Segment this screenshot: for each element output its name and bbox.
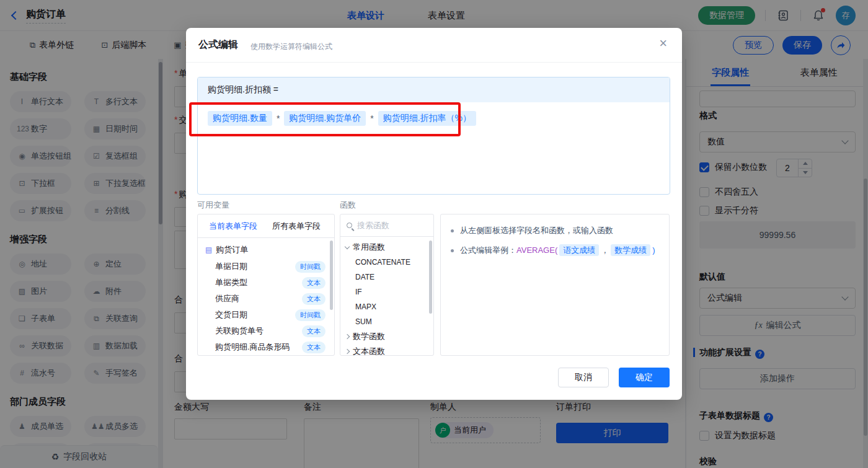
app-screen: 购货订单 表单设计 表单设置 数据管理 存 ⧉表单外链⊡后端脚本▣数据权 预览 … (0, 0, 868, 468)
chevron-down-icon (345, 244, 350, 249)
variable-name: 交货日期 (215, 309, 247, 320)
function-group-expanded[interactable]: 常用函数 (340, 240, 433, 255)
variable-type-badge: 文本 (302, 277, 326, 289)
function-group-name: 数学函数 (353, 331, 385, 342)
variable-type-badge: 文本 (302, 325, 326, 337)
divider (186, 62, 682, 63)
formula-field-token[interactable]: 购货明细.折扣率（%） (378, 111, 476, 126)
function-item[interactable]: CONCATENATE (340, 255, 433, 270)
variable-row[interactable]: 交货日期时间戳 (198, 307, 334, 323)
variable-type-badge: 时间戳 (295, 261, 326, 273)
function-item[interactable]: DATE (340, 270, 433, 285)
example-arg1: 语文成绩 (559, 244, 599, 256)
formula-expression[interactable]: 购货明细.数量*购货明细.购货单价*购货明细.折扣率（%） (198, 102, 670, 135)
variable-name: 购货明细.商品条形码 (215, 342, 290, 353)
close-icon[interactable]: × (659, 37, 667, 50)
function-group-name: 常用函数 (353, 242, 385, 253)
variable-row[interactable]: 供应商文本 (198, 291, 334, 307)
multiply-operator: * (370, 113, 373, 123)
variables-scrollbar[interactable] (330, 241, 333, 310)
variable-type-badge: 文本 (302, 342, 326, 353)
function-group-collapsed[interactable]: 数学函数 (340, 329, 433, 344)
function-group-name: 文本函数 (353, 346, 385, 356)
example-arg2: 数学成绩 (611, 244, 650, 256)
tab-all-form-fields[interactable]: 所有表单字段 (272, 221, 321, 232)
variable-row[interactable]: 关联购货单号文本 (198, 323, 334, 339)
search-icon (347, 223, 352, 228)
modal-subtitle: 使用数学运算符编辑公式 (250, 42, 332, 52)
confirm-button[interactable]: 确定 (619, 368, 670, 387)
tab-current-form-fields[interactable]: 当前表单字段 (209, 221, 257, 232)
variable-row[interactable]: 购货明细.商品条形码文本 (198, 339, 334, 355)
functions-scrollbar[interactable] (429, 241, 432, 314)
formula-field-token[interactable]: 购货明细.数量 (208, 111, 272, 126)
tree-root[interactable]: ▤ 购货订单 (198, 241, 334, 258)
hint-line-1: 从左侧面板选择字段名和函数，或输入函数 (460, 224, 613, 237)
modal-title: 公式编辑 (198, 38, 238, 51)
variable-name: 供应商 (215, 293, 239, 304)
functions-panel: 搜索函数 常用函数CONCATENATEDATEIFMAPXSUM数学函数文本函… (340, 214, 434, 356)
variable-type-badge: 文本 (302, 293, 326, 305)
function-group-collapsed[interactable]: 文本函数 (340, 344, 433, 356)
formula-target: 购货明细.折扣额 = (198, 77, 670, 102)
function-item[interactable]: MAPX (340, 299, 433, 314)
variable-name: 单据日期 (215, 261, 247, 272)
formula-field-token[interactable]: 购货明细.购货单价 (284, 111, 366, 126)
multiply-operator: * (277, 113, 280, 123)
form-doc-icon: ▤ (205, 245, 212, 254)
hint-panel: 从左侧面板选择字段名和函数，或输入函数 公式编辑举例：AVERAGE(语文成绩，… (440, 214, 670, 356)
variable-name: 单据类型 (215, 277, 247, 288)
variables-label: 可用变量 (197, 200, 229, 211)
formula-editor[interactable]: 购货明细.折扣额 = 购货明细.数量*购货明细.购货单价*购货明细.折扣率（%） (197, 77, 670, 195)
bullet-icon (451, 249, 454, 252)
chevron-right-icon (345, 334, 350, 339)
variable-type-badge: 时间戳 (295, 309, 326, 321)
formula-editor-modal: 公式编辑 使用数学运算符编辑公式 × 购货明细.折扣额 = 购货明细.数量*购货… (186, 28, 682, 400)
variable-row[interactable]: 单据类型文本 (198, 275, 334, 291)
function-item[interactable]: IF (340, 285, 433, 299)
function-search-input[interactable]: 搜索函数 (340, 214, 433, 237)
variables-panel: 当前表单字段 所有表单字段 ▤ 购货订单 单据日期时间戳单据类型文本供应商文本交… (197, 214, 335, 356)
chevron-right-icon (345, 349, 350, 354)
variable-name: 关联购货单号 (215, 325, 264, 337)
cancel-button[interactable]: 取消 (558, 368, 609, 387)
hint-line-2: 公式编辑举例：AVERAGE(语文成绩，数学成绩) (460, 244, 655, 257)
variable-row[interactable]: 单据日期时间戳 (198, 258, 334, 275)
function-item[interactable]: SUM (340, 314, 433, 329)
search-placeholder: 搜索函数 (357, 220, 389, 231)
bullet-icon (451, 229, 454, 232)
functions-label: 函数 (340, 200, 356, 211)
example-function: AVERAGE( (516, 245, 557, 255)
